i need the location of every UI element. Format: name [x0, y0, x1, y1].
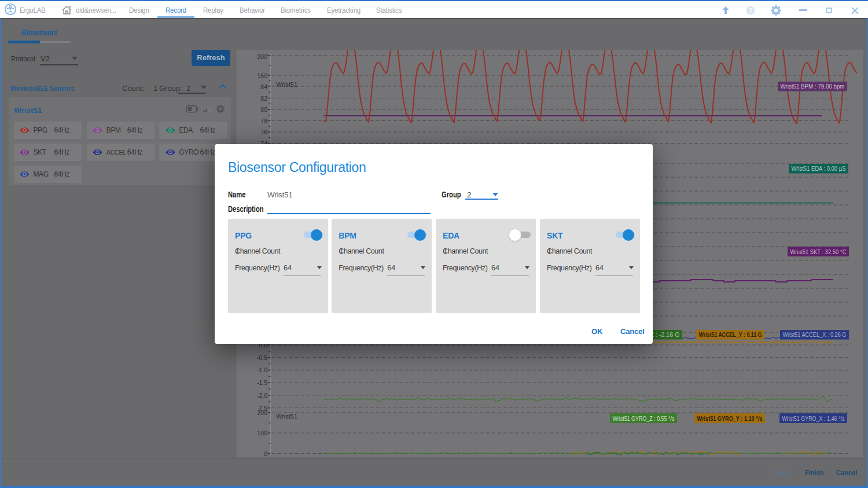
- svg-text:Wrist51 EDA : 0.00 µS: Wrist51 EDA : 0.00 µS: [792, 165, 846, 172]
- svg-text:0: 0: [264, 450, 267, 457]
- svg-text:80: 80: [260, 106, 267, 113]
- svg-text:-1.0: -1.0: [257, 366, 267, 373]
- svg-text:Wrist51: Wrist51: [276, 81, 297, 88]
- svg-text:200: 200: [257, 409, 267, 416]
- svg-text:Wrist51: Wrist51: [276, 413, 297, 420]
- svg-text:Wrist51 BPM : 79.00 bpm: Wrist51 BPM : 79.00 bpm: [781, 83, 845, 90]
- svg-text:Wrist51 GYRO_Y : 1.10 °/s: Wrist51 GYRO_Y : 1.10 °/s: [697, 415, 763, 422]
- svg-text:Wrist51 GYRO_Z : 0.55 °/s: Wrist51 GYRO_Z : 0.55 °/s: [613, 415, 675, 422]
- svg-text:-0.5: -0.5: [257, 354, 267, 361]
- svg-text:Wrist51 GYRO_X : 1.46 °/s: Wrist51 GYRO_X : 1.46 °/s: [782, 415, 845, 422]
- svg-text:84: 84: [260, 83, 267, 90]
- svg-text:100: 100: [257, 430, 267, 436]
- svg-text:?: ?: [749, 8, 752, 14]
- svg-text:78: 78: [260, 118, 267, 124]
- svg-text:82: 82: [260, 95, 267, 102]
- svg-text:-2.0: -2.0: [257, 392, 267, 399]
- svg-text:76: 76: [260, 129, 267, 135]
- svg-text:Wrist51 ACCEL_X : 0.26 G: Wrist51 ACCEL_X : 0.26 G: [783, 331, 847, 338]
- svg-text:150: 150: [257, 72, 267, 79]
- svg-text:Wrist51 ACCEL_Y : 0.11 G: Wrist51 ACCEL_Y : 0.11 G: [699, 331, 762, 338]
- svg-text:200: 200: [257, 53, 267, 60]
- svg-text:-1.5: -1.5: [257, 379, 267, 386]
- svg-text:Wrist51 SKT : 32.50 °C: Wrist51 SKT : 32.50 °C: [790, 248, 847, 255]
